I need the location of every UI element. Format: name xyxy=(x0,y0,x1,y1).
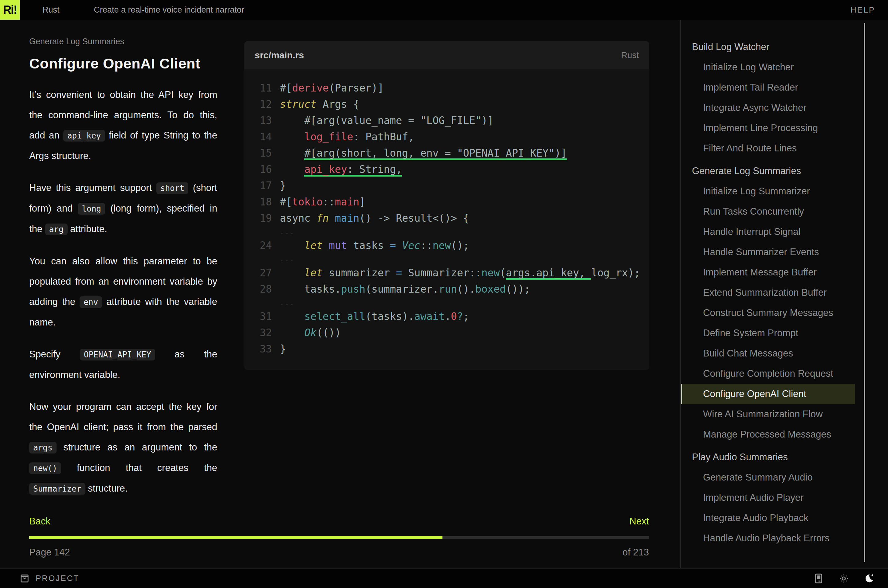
logo-glyph: Ri! xyxy=(3,3,17,16)
code-folded-gap: ... xyxy=(244,254,649,265)
page-number-label: Page 142 xyxy=(29,547,70,558)
code-line: 32 Ok(()) xyxy=(244,324,649,341)
code-line: 28 tasks.push(summarizer.run().boxed()); xyxy=(244,281,649,297)
page-title: Configure OpenAI Client xyxy=(29,55,217,72)
line-content: tasks.push(summarizer.run().boxed()); xyxy=(280,281,530,297)
line-number: 27 xyxy=(244,265,272,281)
outline-item[interactable]: Handle Interrupt Signal xyxy=(681,222,888,242)
line-content: } xyxy=(280,341,286,357)
outline-item[interactable]: Initialize Log Summarizer xyxy=(681,181,888,201)
line-number: 12 xyxy=(244,96,272,112)
line-number: 19 xyxy=(244,210,272,226)
outline-item-active[interactable]: Configure OpenAI Client xyxy=(681,384,855,404)
outline-item[interactable]: Manage Processed Messages xyxy=(681,424,888,445)
package-box-icon xyxy=(19,573,30,584)
article-paragraph: Specify OPENAI_API_KEY as the environmen… xyxy=(29,344,217,385)
outline-item[interactable]: Implement Tail Reader xyxy=(681,77,888,98)
next-button[interactable]: Next xyxy=(629,516,649,527)
article-paragraph: Now your program can accept the key for … xyxy=(29,397,217,499)
app-window: Ri! Rust Create a real-time voice incide… xyxy=(0,0,888,588)
code-line: 19async fn main() -> Result<()> { xyxy=(244,210,649,226)
inline-code: env xyxy=(80,296,102,308)
line-number xyxy=(244,254,272,265)
code-line: 33} xyxy=(244,341,649,357)
code-folded-gap: ... xyxy=(244,297,649,308)
outline-item[interactable]: Configure Completion Request xyxy=(681,363,888,384)
line-content: let summarizer = Summarizer::new(args.ap… xyxy=(280,265,640,281)
code-panel: src/main.rs Rust 11#[derive(Parser)]12st… xyxy=(244,41,649,370)
line-number: 16 xyxy=(244,161,272,177)
line-content: #[tokio::main] xyxy=(280,194,365,210)
line-content: #[derive(Parser)] xyxy=(280,80,384,96)
code-language-badge: Rust xyxy=(621,50,639,60)
inline-code: short xyxy=(156,182,188,194)
code-folded-gap: ... xyxy=(244,226,649,237)
back-button[interactable]: Back xyxy=(29,516,50,527)
line-content: #[arg(short, long, env = "OPENAI_API_KEY… xyxy=(280,145,567,161)
status-bar: PROJECT xyxy=(0,568,888,588)
inline-code: new() xyxy=(29,462,61,474)
outline-section-title[interactable]: Build Log Watcher xyxy=(681,37,888,57)
code-line: 17} xyxy=(244,177,649,194)
inline-code: args xyxy=(29,442,57,453)
line-number: 31 xyxy=(244,308,272,324)
line-content: Ok(()) xyxy=(280,324,341,341)
code-line: 16 api_key: String, xyxy=(244,161,649,177)
line-number: 11 xyxy=(244,80,272,96)
top-bar: Ri! Rust Create a real-time voice incide… xyxy=(0,0,888,20)
line-content: ... xyxy=(280,297,295,308)
help-button[interactable]: HELP xyxy=(850,5,875,15)
code-filename: src/main.rs xyxy=(255,50,304,60)
article-body: It’s convenient to obtain the API key fr… xyxy=(29,85,217,499)
line-number: 18 xyxy=(244,194,272,210)
line-number: 15 xyxy=(244,145,272,161)
code-line: 27 let summarizer = Summarizer::new(args… xyxy=(244,265,649,281)
sun-icon[interactable] xyxy=(838,573,849,584)
article-paragraph: It’s convenient to obtain the API key fr… xyxy=(29,85,217,166)
moon-stars-icon[interactable] xyxy=(863,573,874,584)
page-total-label: of 213 xyxy=(622,547,649,558)
progress-fill xyxy=(29,536,442,539)
outline-item[interactable]: Wire AI Summarization Flow xyxy=(681,404,888,424)
outline-item[interactable]: Initialize Log Watcher xyxy=(681,57,888,77)
app-logo[interactable]: Ri! xyxy=(0,0,20,20)
line-number: 14 xyxy=(244,129,272,145)
line-number: 24 xyxy=(244,237,272,254)
outline-list: Build Log WatcherInitialize Log WatcherI… xyxy=(681,37,888,548)
outline-section-title[interactable]: Play Audio Summaries xyxy=(681,447,888,467)
sidebar-scrollbar[interactable] xyxy=(864,23,865,562)
code-line: 14 log_file: PathBuf, xyxy=(244,129,649,145)
outline-item[interactable]: Handle Summarizer Events xyxy=(681,242,888,262)
line-content: ... xyxy=(280,254,295,265)
outline-item[interactable]: Generate Summary Audio xyxy=(681,467,888,488)
pager-footer: Back Next Page 142 of 213 xyxy=(29,516,649,558)
inline-code: long xyxy=(78,203,105,214)
outline-item[interactable]: Implement Line Processing xyxy=(681,118,888,138)
line-content: #[arg(value_name = "LOG_FILE")] xyxy=(280,112,493,129)
outline-section-title[interactable]: Generate Log Summaries xyxy=(681,161,888,181)
device-display-icon[interactable] xyxy=(813,573,824,584)
outline-item[interactable]: Run Tasks Concurrently xyxy=(681,201,888,222)
outline-item[interactable]: Extend Summarization Buffer xyxy=(681,282,888,303)
outline-item[interactable]: Implement Message Buffer xyxy=(681,262,888,282)
line-content: select_all(tasks).await.0?; xyxy=(280,308,469,324)
outline-item[interactable]: Construct Summary Messages xyxy=(681,303,888,323)
line-number: 32 xyxy=(244,324,272,341)
project-button[interactable]: PROJECT xyxy=(19,573,79,584)
inline-code: api_key xyxy=(63,130,105,141)
inline-code: Summarizer xyxy=(29,483,86,495)
outline-item[interactable]: Integrate Audio Playback xyxy=(681,508,888,528)
outline-item[interactable]: Filter And Route Lines xyxy=(681,138,888,159)
inline-code: OPENAI_API_KEY xyxy=(80,349,155,360)
line-number: 13 xyxy=(244,112,272,129)
line-content: api_key: String, xyxy=(280,161,402,177)
outline-item[interactable]: Implement Audio Player xyxy=(681,488,888,508)
line-content: ... xyxy=(280,226,295,237)
outline-item[interactable]: Integrate Async Watcher xyxy=(681,98,888,118)
line-number: 33 xyxy=(244,341,272,357)
outline-item[interactable]: Handle Audio Playback Errors xyxy=(681,528,888,548)
line-content: } xyxy=(280,177,286,194)
outline-item[interactable]: Define System Prompt xyxy=(681,323,888,343)
outline-item[interactable]: Build Chat Messages xyxy=(681,343,888,363)
code-line: 11#[derive(Parser)] xyxy=(244,80,649,96)
